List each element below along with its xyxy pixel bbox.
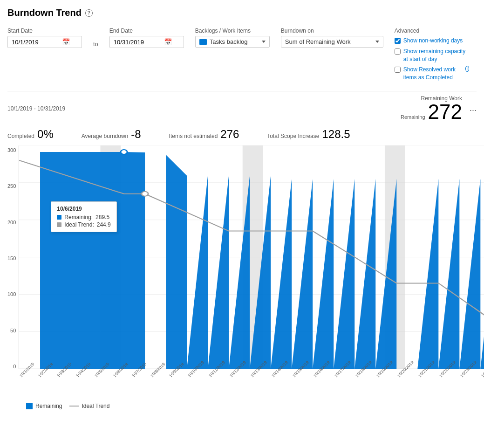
end-date-group: End Date 📅 xyxy=(109,28,184,48)
items-not-estimated-value: 276 xyxy=(220,128,239,141)
tooltip-remaining-color xyxy=(57,215,61,220)
backlogs-chevron xyxy=(262,41,266,43)
checkbox-non-working-label: Show non-working days xyxy=(403,37,463,45)
total-scope-value: 128.5 xyxy=(322,128,350,141)
start-date-input[interactable]: 📅 xyxy=(7,36,82,48)
x-axis-labels: const xLabels = ["10/1/2019","10/2/2019"… xyxy=(19,373,484,401)
remaining-sub-label: Remaining xyxy=(401,114,425,120)
backlogs-label: Backlogs / Work Items xyxy=(195,28,270,34)
chart-svg xyxy=(19,145,484,369)
date-range-text: 10/1/2019 - 10/31/2019 xyxy=(7,105,65,112)
chart-section: 300 250 200 150 100 50 0 xyxy=(7,145,477,401)
tooltip-remaining-row: Remaining: 289.5 xyxy=(57,214,110,221)
checkbox-non-working-input[interactable] xyxy=(395,38,401,44)
backlog-icon xyxy=(199,39,207,45)
completed-value: 0% xyxy=(37,128,54,141)
checkbox-resolved-label: Show Resolved work items as Completed xyxy=(403,66,462,82)
checkbox-non-working[interactable]: Show non-working days xyxy=(395,37,469,45)
page-title-section: Burndown Trend ? xyxy=(7,7,477,18)
help-icon[interactable]: ? xyxy=(85,9,93,17)
backlogs-group: Backlogs / Work Items Tasks backlog xyxy=(195,28,270,48)
start-date-group: Start Date 📅 xyxy=(7,28,82,48)
y-label-150: 150 xyxy=(7,255,16,261)
stats-row: Completed 0% Average burndown -8 Items n… xyxy=(7,128,477,141)
start-date-field[interactable] xyxy=(12,39,58,46)
tooltip-ideal-row: Ideal Trend: 244.9 xyxy=(57,221,110,228)
calendar-icon[interactable]: 📅 xyxy=(62,38,70,46)
completed-label: Completed xyxy=(7,133,34,139)
tooltip-ideal-label: Ideal Trend: xyxy=(64,221,94,228)
chart-container: 10/6/2019 Remaining: 289.5 Ideal Trend: … xyxy=(19,145,484,401)
info-icon: i xyxy=(465,66,469,72)
chart-tooltip: 10/6/2019 Remaining: 289.5 Ideal Trend: … xyxy=(51,201,116,232)
more-options-icon[interactable]: ... xyxy=(470,103,477,113)
burndown-chevron xyxy=(375,41,379,43)
y-label-250: 250 xyxy=(7,183,16,189)
y-label-300: 300 xyxy=(7,147,16,153)
legend-remaining: Remaining xyxy=(26,403,62,409)
burndown-value: Sum of Remaining Work xyxy=(285,38,373,45)
checkbox-remaining-capacity-label: Show remaining capacity at start of day xyxy=(403,48,469,63)
avg-burndown-label: Average burndown xyxy=(82,133,129,139)
legend-row: Remaining Ideal Trend xyxy=(26,403,477,409)
legend-remaining-label: Remaining xyxy=(35,403,62,409)
burndown-dropdown[interactable]: Sum of Remaining Work xyxy=(281,36,383,48)
remaining-work-section: Remaining Work Remaining 272 xyxy=(401,95,462,122)
checkbox-resolved[interactable]: Show Resolved work items as Completed i xyxy=(395,66,469,82)
y-label-0: 0 xyxy=(7,364,16,369)
advanced-label: Advanced xyxy=(395,28,469,34)
checkbox-remaining-capacity[interactable]: Show remaining capacity at start of day xyxy=(395,48,469,63)
y-axis: 300 250 200 150 100 50 0 xyxy=(7,145,19,369)
legend-ideal: Ideal Trend xyxy=(69,403,109,409)
total-scope-stat: Total Scope Increase 128.5 xyxy=(267,128,350,141)
completed-stat: Completed 0% xyxy=(7,128,54,141)
avg-burndown-stat: Average burndown -8 xyxy=(82,128,141,141)
calendar-icon-end[interactable]: 📅 xyxy=(164,38,172,46)
filters-row: Start Date 📅 to End Date 📅 Backlogs / Wo… xyxy=(7,28,477,82)
date-range-bar: 10/1/2019 - 10/31/2019 Remaining Work Re… xyxy=(7,91,477,124)
burndown-group: Burndown on Sum of Remaining Work xyxy=(281,28,383,48)
end-date-label: End Date xyxy=(109,28,184,34)
advanced-group: Advanced Show non-working days Show rema… xyxy=(395,28,469,82)
tooltip-remaining-label: Remaining: xyxy=(64,214,93,221)
svg-point-13 xyxy=(142,192,148,196)
date-separator: to xyxy=(93,41,98,48)
legend-ideal-label: Ideal Trend xyxy=(82,403,109,409)
end-date-input[interactable]: 📅 xyxy=(109,36,184,48)
checkbox-resolved-input[interactable] xyxy=(395,67,401,73)
legend-ideal-icon xyxy=(69,406,79,407)
legend-remaining-icon xyxy=(26,403,33,409)
total-scope-label: Total Scope Increase xyxy=(267,133,319,139)
remaining-value: 272 xyxy=(428,102,462,122)
tooltip-ideal-value: 244.9 xyxy=(97,221,111,228)
items-not-estimated-label: Items not estimated xyxy=(169,133,218,139)
start-date-label: Start Date xyxy=(7,28,82,34)
y-label-100: 100 xyxy=(7,291,16,297)
tooltip-ideal-color xyxy=(57,222,61,227)
checkbox-remaining-capacity-input[interactable] xyxy=(395,48,401,55)
page-title: Burndown Trend xyxy=(7,7,82,18)
chart-area: 10/6/2019 Remaining: 289.5 Ideal Trend: … xyxy=(19,145,484,369)
backlogs-value: Tasks backlog xyxy=(210,38,259,45)
end-date-field[interactable] xyxy=(114,39,160,46)
tooltip-date: 10/6/2019 xyxy=(57,206,110,212)
y-label-50: 50 xyxy=(7,328,16,333)
tooltip-remaining-value: 289.5 xyxy=(95,214,109,221)
backlogs-dropdown[interactable]: Tasks backlog xyxy=(195,36,270,48)
y-label-200: 200 xyxy=(7,220,16,225)
avg-burndown-value: -8 xyxy=(131,128,141,141)
remaining-work-block: Remaining Work Remaining 272 ... xyxy=(401,95,477,122)
svg-point-12 xyxy=(121,150,127,154)
burndown-label: Burndown on xyxy=(281,28,383,34)
items-not-estimated-stat: Items not estimated 276 xyxy=(169,128,239,141)
